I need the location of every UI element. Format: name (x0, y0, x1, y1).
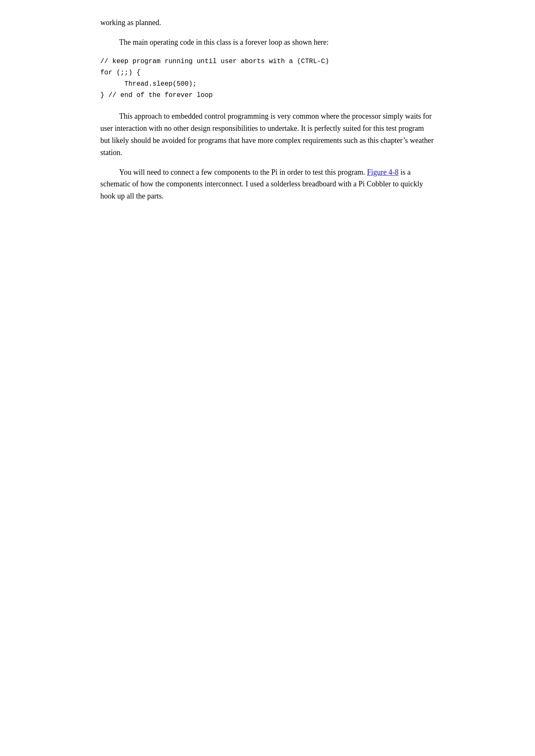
para2: This approach to embedded control progra… (100, 110, 435, 158)
figure-4-8-link[interactable]: Figure 4-8 (367, 168, 399, 176)
intro-line: working as planned. (100, 17, 435, 29)
para3: You will need to connect a few component… (100, 166, 435, 202)
page-content: working as planned. The main operating c… (75, 0, 460, 235)
code-block: // keep program running until user abort… (100, 56, 435, 102)
para1: The main operating code in this class is… (100, 36, 435, 48)
para3-start: You will need to connect a few component… (119, 168, 367, 176)
